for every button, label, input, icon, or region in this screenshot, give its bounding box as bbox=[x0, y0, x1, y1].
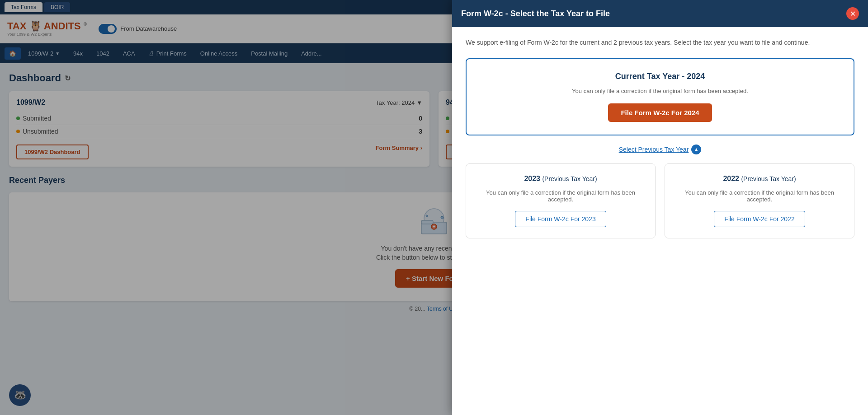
prev-2022-subtitle: (Previous Tax Year) bbox=[741, 175, 796, 182]
up-arrow-icon: ▲ bbox=[691, 145, 701, 154]
modal-header: Form W-2c - Select the Tax Year to File … bbox=[452, 0, 868, 27]
modal-title: Form W-2c - Select the Tax Year to File bbox=[461, 9, 610, 19]
modal-body: We support e-filing of Form W-2c for the… bbox=[452, 27, 868, 326]
prev-2023-note: You can only file a correction if the or… bbox=[475, 189, 646, 203]
prev-years-row: 2023 (Previous Tax Year) You can only fi… bbox=[466, 163, 854, 238]
select-previous-year[interactable]: Select Previous Tax Year ▲ bbox=[466, 145, 854, 154]
current-year-correction-note: You can only file a correction if the or… bbox=[477, 88, 843, 94]
select-prev-year-label: Select Previous Tax Year bbox=[619, 146, 689, 153]
prev-year-2022-card: 2022 (Previous Tax Year) You can only fi… bbox=[665, 163, 854, 238]
modal-close-button[interactable]: ✕ bbox=[846, 7, 859, 20]
modal-description: We support e-filing of Form W-2c for the… bbox=[466, 38, 854, 47]
file-2022-button[interactable]: File Form W-2c For 2022 bbox=[714, 211, 805, 227]
prev-2022-note: You can only file a correction if the or… bbox=[674, 189, 845, 203]
prev-year-2023-card: 2023 (Previous Tax Year) You can only fi… bbox=[466, 163, 656, 238]
current-year-card: Current Tax Year - 2024 You can only fil… bbox=[466, 58, 854, 135]
current-year-title: Current Tax Year - 2024 bbox=[477, 72, 843, 81]
modal: Form W-2c - Select the Tax Year to File … bbox=[452, 0, 868, 326]
prev-2023-title: 2023 (Previous Tax Year) bbox=[475, 175, 646, 183]
file-2024-button[interactable]: File Form W-2c For 2024 bbox=[608, 103, 712, 122]
file-2023-button[interactable]: File Form W-2c For 2023 bbox=[515, 211, 606, 227]
prev-2022-title: 2022 (Previous Tax Year) bbox=[674, 175, 845, 183]
prev-2023-subtitle: (Previous Tax Year) bbox=[542, 175, 597, 182]
